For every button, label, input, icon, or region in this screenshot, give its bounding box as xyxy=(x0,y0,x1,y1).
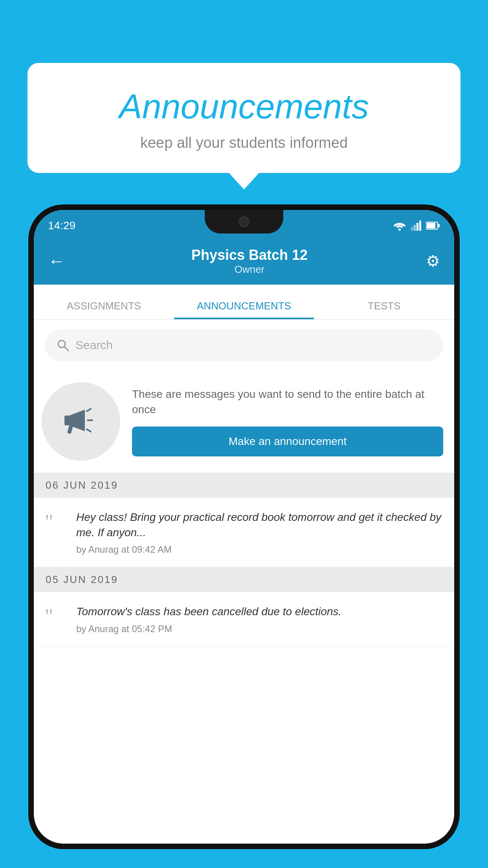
announcements-subtitle: keep all your students informed xyxy=(51,134,437,151)
quote-icon-1: " xyxy=(45,512,68,532)
promo-icon-circle xyxy=(42,382,120,461)
phone-mockup: 14:29 xyxy=(28,204,460,868)
app-bar: ← Physics Batch 12 Owner ⚙ xyxy=(34,237,454,285)
svg-line-9 xyxy=(64,347,68,351)
speech-bubble-card: Announcements keep all your students inf… xyxy=(28,63,460,173)
side-button-left xyxy=(28,328,33,359)
battery-icon xyxy=(426,221,440,230)
svg-point-0 xyxy=(398,228,401,231)
batch-subtitle: Owner xyxy=(73,263,426,276)
quote-icon-2: " xyxy=(45,606,68,627)
speech-bubble-section: Announcements keep all your students inf… xyxy=(28,63,460,173)
promo-description: These are messages you want to send to t… xyxy=(132,386,443,417)
phone-notch xyxy=(205,210,283,234)
announcement-meta-2: by Anurag at 05:42 PM xyxy=(76,623,443,634)
tab-tests[interactable]: TESTS xyxy=(314,285,454,319)
svg-line-13 xyxy=(87,409,91,411)
announcement-text-1: Hey class! Bring your practical record b… xyxy=(76,509,443,540)
megaphone-icon xyxy=(61,402,101,441)
tab-announcements[interactable]: ANNOUNCEMENTS xyxy=(174,285,314,319)
announcement-item-2[interactable]: " Tomorrow's class has been cancelled du… xyxy=(34,592,454,646)
svg-rect-2 xyxy=(414,225,416,231)
promo-right: These are messages you want to send to t… xyxy=(132,386,443,456)
announcement-promo: These are messages you want to send to t… xyxy=(34,370,454,473)
tab-bar: ASSIGNMENTS ANNOUNCEMENTS TESTS xyxy=(34,285,454,320)
tab-assignments[interactable]: ASSIGNMENTS xyxy=(34,285,174,319)
svg-rect-3 xyxy=(416,223,418,231)
svg-rect-7 xyxy=(438,224,440,227)
svg-rect-12 xyxy=(67,425,73,434)
batch-title: Physics Batch 12 xyxy=(73,247,426,263)
settings-button[interactable]: ⚙ xyxy=(426,252,440,270)
svg-rect-11 xyxy=(64,416,70,425)
side-button-right xyxy=(455,348,460,403)
announcement-text-2: Tomorrow's class has been cancelled due … xyxy=(76,604,443,619)
announcements-title: Announcements xyxy=(51,86,437,127)
search-icon xyxy=(57,339,69,351)
announcement-meta-1: by Anurag at 09:42 AM xyxy=(76,544,443,555)
svg-rect-1 xyxy=(411,227,413,231)
status-icons xyxy=(393,221,440,231)
search-placeholder: Search xyxy=(75,338,113,352)
svg-rect-6 xyxy=(427,223,435,228)
announcement-item-1[interactable]: " Hey class! Bring your practical record… xyxy=(34,498,454,567)
announcement-content-1: Hey class! Bring your practical record b… xyxy=(76,509,443,555)
content-area: Search xyxy=(34,320,454,844)
svg-line-15 xyxy=(87,429,91,432)
status-time: 14:29 xyxy=(48,219,75,232)
announcement-content-2: Tomorrow's class has been cancelled due … xyxy=(76,604,443,634)
phone-body: 14:29 xyxy=(28,204,460,849)
back-button[interactable]: ← xyxy=(48,251,65,271)
svg-rect-4 xyxy=(419,221,421,231)
phone-screen: 14:29 xyxy=(34,210,454,844)
date-separator-2: 05 JUN 2019 xyxy=(34,567,454,592)
app-bar-title-section: Physics Batch 12 Owner xyxy=(73,247,426,276)
signal-icon xyxy=(411,221,421,231)
search-bar[interactable]: Search xyxy=(45,329,443,361)
date-separator-1: 06 JUN 2019 xyxy=(34,473,454,498)
make-announcement-button[interactable]: Make an announcement xyxy=(132,427,443,456)
camera xyxy=(238,216,250,227)
wifi-icon xyxy=(393,221,406,231)
